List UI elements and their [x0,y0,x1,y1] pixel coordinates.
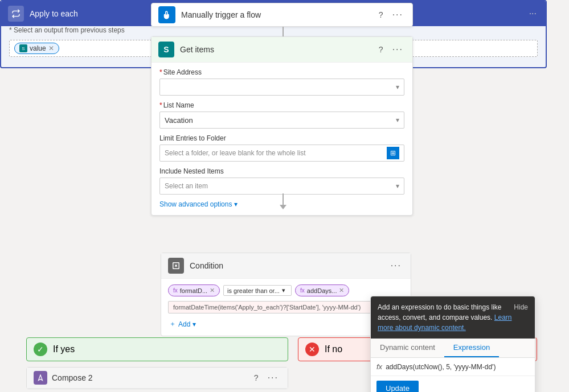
expression-panel: Hide Add an expression to do basic thing… [370,296,535,392]
compose-header: Compose 2 ? ··· [27,368,288,389]
right-expr-remove[interactable]: ✕ [339,287,344,294]
x-icon: ✕ [305,343,319,356]
trigger-actions: ? ··· [376,9,406,21]
chevron-down-icon: ▾ [234,200,238,208]
operator-select[interactable]: is greater than or... ▾ [223,285,292,296]
expr-update-button[interactable]: Update [376,381,419,392]
hand-icon [162,10,172,20]
output-label: * Select an output from previous steps [9,26,538,34]
get-items-card: S Get items ? ··· *Site Address ▾ [151,36,413,216]
compose-icon-svg [37,374,44,381]
expr-tabs: Dynamic content Expression [371,339,535,358]
left-expr-chip[interactable]: fx formatD... ✕ [168,284,220,296]
site-address-chevron: ▾ [396,83,399,91]
compose-help-button[interactable]: ? [252,372,261,383]
apply-icon [8,6,24,22]
arrow-2 [280,193,286,209]
expr-tooltip-hide[interactable]: Hide [514,302,528,312]
get-items-more-button[interactable]: ··· [390,43,406,56]
left-expr-icon: fx [173,287,178,294]
compose-actions: ? ··· [252,372,281,384]
check-icon: ✓ [34,343,47,356]
loop-icon [11,9,21,18]
nested-items-group: Include Nested Items Select an item ▾ [159,167,404,195]
condition-expr-input: formatDateTime(items('Apply_to_each')?['… [168,301,404,313]
condition-title: Condition [190,261,388,270]
get-items-actions: ? ··· [376,43,406,56]
ifyes-label: If yes [53,344,75,354]
condition-row-1: fx formatD... ✕ is greater than or... ▾ … [168,284,404,296]
required-star-2: * [159,101,162,109]
trigger-card: Manually trigger a flow ? ··· [151,3,413,27]
trigger-more-button[interactable]: ··· [390,9,406,21]
expression-tab[interactable]: Expression [444,339,499,357]
expr-input-row: fx [371,358,535,376]
add-row: ＋ Add ▾ [168,318,404,330]
nested-items-select[interactable]: Select an item ▾ [159,178,404,195]
compose-icon [34,371,47,385]
nested-items-chevron: ▾ [396,182,399,190]
get-items-title: Get items [180,45,376,54]
limit-folder-group: Limit Entries to Folder Select a folder,… [159,134,404,162]
site-address-group: *Site Address ▾ [159,68,404,96]
chip-label: value [30,44,46,52]
nested-items-placeholder: Select an item [165,182,208,190]
expr-tooltip: Hide Add an expression to do basic thing… [371,296,535,339]
condition-more-button[interactable]: ··· [388,259,404,272]
folder-browse-button[interactable]: ⊞ [387,147,399,159]
sharepoint-icon: S [158,42,174,57]
expr-tooltip-text: Add an expression to do basic things lik… [378,303,501,321]
trigger-icon [158,6,175,23]
right-expr-chip[interactable]: fx addDays... ✕ [295,284,349,296]
condition-icon [168,258,184,274]
chip-sharepoint-icon: S [19,44,27,52]
list-name-select[interactable]: Vacation ▾ [159,112,404,129]
ifyes-card: ✓ If yes [26,337,288,361]
plus-icon: ＋ [169,319,176,329]
list-name-value: Vacation [165,116,193,125]
chip-remove-button[interactable]: ✕ [48,44,54,52]
condition-header: Condition ··· [161,253,411,279]
trigger-title: Manually trigger a flow [181,10,376,19]
compose-card: Compose 2 ? ··· [26,367,288,389]
operator-chevron: ▾ [282,287,285,294]
compose-title: Compose 2 [52,373,252,382]
expr-fx-symbol: fx [376,362,382,371]
value-chip: S value ✕ [14,43,59,54]
get-items-help-button[interactable]: ? [376,44,386,55]
dynamic-content-tab[interactable]: Dynamic content [371,339,444,357]
right-expr-icon: fx [300,287,305,294]
compose-more-button[interactable]: ··· [265,372,281,384]
apply-actions: ··· [527,7,539,20]
trigger-help-button[interactable]: ? [376,9,386,20]
left-expr-remove[interactable]: ✕ [210,287,215,294]
right-expr-label: addDays... [307,287,337,294]
site-address-select[interactable]: ▾ [159,79,404,96]
ifno-label: If no [325,344,342,354]
condition-icon-svg [172,262,180,270]
add-condition-button[interactable]: ＋ Add ▾ [168,318,197,330]
get-items-body: *Site Address ▾ *List Name Vacation ▾ [152,63,412,215]
limit-folder-input[interactable]: Select a folder, or leave blank for the … [159,145,404,162]
limit-folder-label: Limit Entries to Folder [159,134,404,142]
expr-text-input[interactable] [386,363,529,371]
site-address-label: *Site Address [159,68,404,76]
left-expr-label: formatD... [180,287,207,294]
list-name-group: *List Name Vacation ▾ [159,101,404,129]
apply-more-button[interactable]: ··· [527,7,539,20]
list-name-label: *List Name [159,101,404,109]
add-chevron: ▾ [193,320,196,328]
svg-marker-3 [39,375,43,381]
operator-label: is greater than or... [227,287,280,294]
required-star-1: * [159,68,162,76]
nested-items-label: Include Nested Items [159,167,404,175]
get-items-header: S Get items ? ··· [152,37,412,63]
limit-folder-placeholder: Select a folder, or leave blank for the … [165,149,305,157]
list-name-chevron: ▾ [396,116,399,124]
